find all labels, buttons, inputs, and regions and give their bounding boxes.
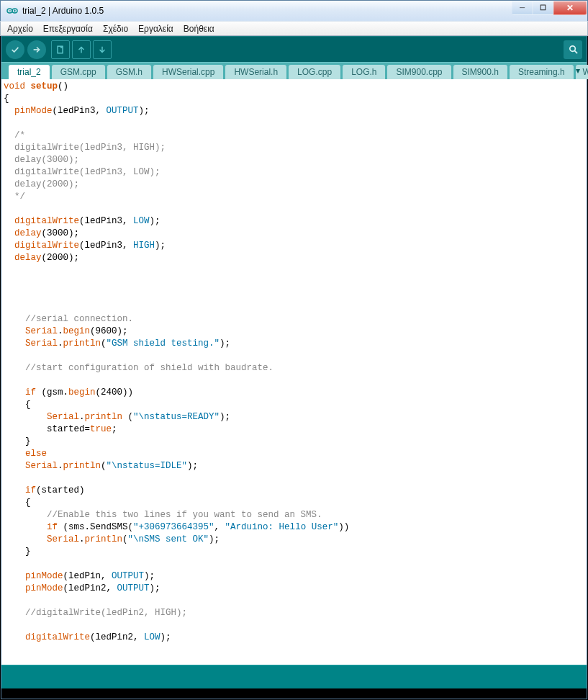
tab-gsm-h[interactable]: GSM.h (107, 65, 151, 79)
frame: trial_2 GSM.cpp GSM.h HWSerial.cpp HWSer… (1, 36, 587, 699)
tab-sim900-h[interactable]: SIM900.h (453, 65, 507, 79)
tab-log-h[interactable]: LOG.h (343, 65, 385, 79)
maximize-button[interactable]: ☐ (533, 1, 553, 15)
tab-hwserial-h[interactable]: HWSerial.h (225, 65, 286, 79)
menubar: Αρχείο Επεξεργασία Σχέδιο Εργαλεία Βοήθε… (0, 21, 588, 36)
code[interactable]: void setup() { pinMode(ledPin3, OUTPUT);… (1, 79, 587, 647)
console (1, 688, 587, 699)
svg-point-9 (569, 46, 575, 52)
new-sketch-button[interactable] (51, 40, 70, 59)
editor-scroll[interactable]: void setup() { pinMode(ledPin3, OUTPUT);… (1, 79, 587, 665)
tab-overflow-menu[interactable]: ▾ (572, 65, 584, 76)
tab-hwserial-cpp[interactable]: HWSerial.cpp (153, 65, 223, 79)
tabstrip: trial_2 GSM.cpp GSM.h HWSerial.cpp HWSer… (1, 62, 587, 79)
editor: void setup() { pinMode(ledPin3, OUTPUT);… (1, 79, 587, 665)
svg-line-10 (574, 50, 577, 53)
tab-gsm-cpp[interactable]: GSM.cpp (52, 65, 105, 79)
open-sketch-button[interactable] (72, 40, 91, 59)
menu-file[interactable]: Αρχείο (2, 22, 38, 35)
window-title: trial_2 | Arduino 1.0.5 (22, 6, 512, 16)
menu-edit[interactable]: Επεξεργασία (38, 22, 98, 35)
close-button[interactable]: ✕ (553, 1, 587, 15)
tab-log-cpp[interactable]: LOG.cpp (289, 65, 340, 79)
window-buttons: ─ ☐ ✕ (512, 1, 587, 16)
upload-button[interactable] (27, 40, 46, 59)
minimize-button[interactable]: ─ (512, 1, 533, 15)
menu-sketch[interactable]: Σχέδιο (98, 22, 133, 35)
tab-sim900-cpp[interactable]: SIM900.cpp (387, 65, 451, 79)
toolbar (1, 36, 587, 62)
verify-button[interactable] (6, 40, 24, 59)
tab-trial-2[interactable]: trial_2 (9, 65, 50, 79)
tab-streaming-h[interactable]: Streaming.h (510, 65, 574, 79)
serial-monitor-button[interactable] (564, 40, 582, 59)
app-icon (6, 5, 18, 17)
status-bar (1, 665, 587, 688)
menu-help[interactable]: Βοήθεια (178, 22, 220, 35)
svg-rect-6 (58, 46, 63, 53)
menu-tools[interactable]: Εργαλεία (133, 22, 178, 35)
save-sketch-button[interactable] (93, 40, 112, 59)
titlebar: trial_2 | Arduino 1.0.5 ─ ☐ ✕ (0, 0, 588, 21)
